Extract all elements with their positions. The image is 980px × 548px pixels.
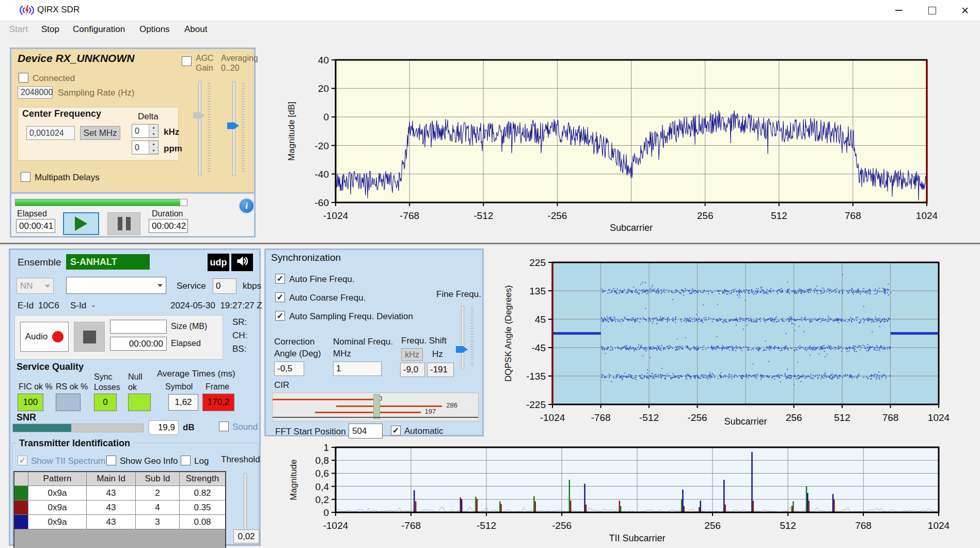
tii-table: PatternMain IdSub IdStrength0x9a4320.820… [13, 471, 226, 548]
speaker-button[interactable] [231, 254, 253, 271]
agc-gain-slider-thumb[interactable] [193, 112, 205, 119]
agc-gain-checkbox[interactable] [182, 56, 192, 66]
svg-text:0,6: 0,6 [315, 468, 329, 479]
menu-options[interactable]: Options [139, 24, 170, 35]
audio-stop-button[interactable] [74, 322, 105, 352]
fine-frequ-slider-ticks [470, 308, 473, 367]
svg-text:1024: 1024 [916, 210, 938, 221]
svg-text:-256: -256 [547, 210, 567, 221]
duration-time-field: 00:00:42 [149, 219, 188, 233]
tii-table-header[interactable] [14, 472, 28, 486]
tii-table-row[interactable]: 0x9a4320.82 [14, 486, 226, 500]
close-button[interactable]: ✕ [950, 0, 980, 21]
set-mhz-button[interactable]: Set MHz [80, 126, 120, 140]
tii-row-color[interactable] [14, 515, 28, 529]
eid-value: 10C6 [38, 301, 59, 311]
automatic-checkbox[interactable] [391, 426, 401, 435]
frequency-input[interactable]: 0,001024 [26, 126, 75, 140]
averaging-slider-ticks [242, 83, 245, 173]
audio-record-button[interactable]: Audio [20, 322, 69, 352]
maximize-button[interactable] [917, 0, 947, 21]
auto-sampling-checkbox[interactable] [275, 311, 285, 321]
fine-frequ-slider-track[interactable] [461, 306, 464, 370]
tii-table-header[interactable]: Strength [180, 472, 226, 486]
record-size-label: Size (MB) [171, 322, 207, 331]
tii-table-header[interactable]: Sub Id [136, 472, 180, 486]
udp-button[interactable]: udp [208, 254, 229, 271]
svg-text:768: 768 [845, 210, 861, 221]
auto-coarse-frequ-checkbox[interactable] [275, 292, 285, 302]
correction-angle-value[interactable]: -0,5 [274, 362, 304, 376]
agc-gain-slider-track[interactable] [198, 81, 201, 176]
menu-stop[interactable]: Stop [41, 24, 59, 35]
delta-khz-spinner[interactable]: 0 ▲▼ [132, 124, 159, 138]
ensemble-name: S-ANHALT [66, 254, 150, 270]
fft-start-position-value[interactable]: 504 [349, 424, 383, 439]
play-button[interactable] [63, 212, 99, 235]
show-tii-spectrum-label: Show TII Spectrum [31, 456, 105, 466]
svg-text:Magnitude [dB]: Magnitude [dB] [287, 102, 296, 161]
menu-about[interactable]: About [184, 24, 207, 35]
menu-configuration[interactable]: Configuration [73, 24, 125, 35]
multipath-delays-label: Multipath Delays [35, 173, 100, 183]
averaging-slider-thumb[interactable] [227, 122, 239, 129]
auto-fine-frequ-checkbox[interactable] [275, 274, 285, 284]
frequ-shift-khz-value: -9,0 [400, 363, 425, 377]
menu-start[interactable]: Start [9, 24, 28, 35]
elapsed-time-field: 00:00:41 [16, 219, 55, 233]
connected-checkbox[interactable] [19, 73, 28, 83]
show-geo-info-checkbox[interactable] [106, 456, 116, 465]
bitrate-unit: kbps [243, 281, 261, 291]
tii-table-header[interactable]: Main Id [87, 472, 136, 486]
service-combo[interactable] [66, 277, 166, 294]
khz-toggle-button[interactable]: kHz [401, 348, 423, 361]
tii-table-row[interactable]: 0x9a4330.08 [14, 515, 226, 529]
svg-text:TII Subcarrier: TII Subcarrier [609, 533, 665, 543]
tii-row-color[interactable] [14, 486, 28, 500]
nominal-frequ-label: Nominal Frequ.MHz [333, 336, 393, 359]
svg-text:45: 45 [535, 314, 546, 325]
cir-display: 0286197 [272, 393, 479, 421]
multipath-delays-checkbox[interactable] [21, 172, 30, 182]
svg-text:-135: -135 [526, 371, 546, 382]
svg-text:256: 256 [704, 520, 721, 531]
cir-baseline [273, 417, 478, 418]
sound-label: Sound [232, 422, 258, 432]
rs-label: RS ok % [56, 382, 88, 392]
show-tii-spectrum-checkbox[interactable] [18, 456, 27, 465]
delta-ppm-spinner[interactable]: 0 ▲▼ [132, 140, 159, 154]
symbol-label: Symbol [165, 382, 193, 392]
speaker-icon [235, 254, 249, 271]
device-title: Device RX_UNKNOWN [18, 52, 134, 65]
fine-frequ-slider-thumb[interactable] [456, 346, 468, 353]
auto-coarse-frequ-label: Auto Coarse Frequ. [289, 293, 366, 303]
cir-marker[interactable] [373, 394, 380, 419]
minimize-button[interactable] [884, 0, 914, 21]
snr-bar [12, 424, 144, 432]
chevron-down-icon [45, 285, 50, 288]
tii-table-row[interactable]: 0x9a4340.35 [14, 500, 226, 515]
agc-gain-label: AGCGain [196, 53, 214, 73]
nominal-frequ-value[interactable]: 1 [333, 362, 382, 376]
svg-text:0,8: 0,8 [315, 455, 329, 466]
log-checkbox[interactable] [181, 456, 191, 465]
menu-bar: Start Stop Configuration Options About [0, 21, 980, 39]
ensemble-label: Ensemble [18, 257, 61, 268]
channel-combo[interactable]: NN [17, 278, 54, 294]
tii-table-header[interactable]: Pattern [28, 472, 87, 486]
svg-text:256: 256 [697, 210, 714, 221]
svg-text:-40: -40 [315, 169, 329, 180]
auto-fine-frequ-label: Auto Fine Frequ. [289, 274, 355, 285]
svg-text:-512: -512 [473, 210, 493, 221]
sampling-rate-field[interactable]: 2048000 [18, 86, 53, 99]
pause-button[interactable] [107, 212, 140, 235]
splitter[interactable] [0, 243, 980, 244]
rs-ok-value [56, 394, 81, 411]
svg-text:768: 768 [882, 412, 899, 423]
info-icon[interactable]: i [239, 198, 255, 214]
svg-text:-256: -256 [687, 412, 707, 423]
chevron-down-icon [157, 284, 163, 287]
sid-value: - [92, 301, 95, 311]
tii-row-color[interactable] [14, 500, 28, 515]
sound-checkbox[interactable] [219, 421, 229, 431]
